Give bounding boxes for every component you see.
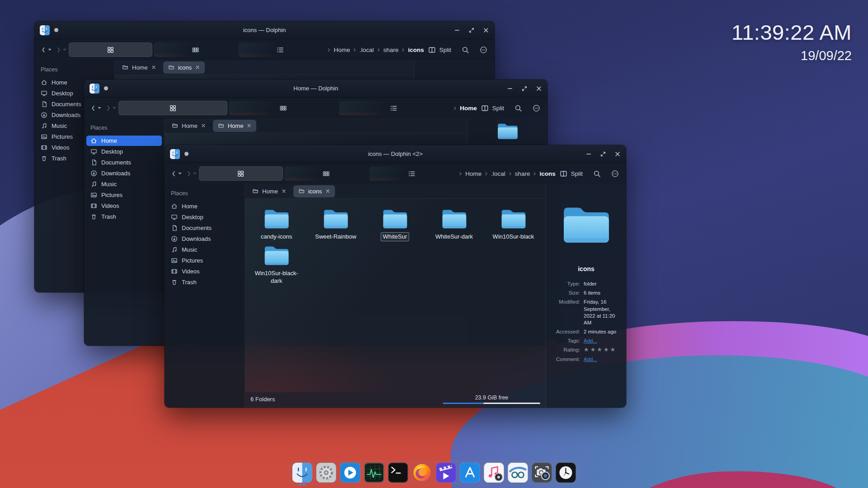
dock-app-store-icon[interactable] xyxy=(460,463,480,483)
back-button[interactable] xyxy=(89,101,102,115)
sidebar-item-videos[interactable]: Videos xyxy=(167,266,242,277)
tags-add-link[interactable]: Add... xyxy=(584,338,622,344)
folder-item-whitesur[interactable]: WhiteSur xyxy=(365,208,425,241)
icons-view-button[interactable] xyxy=(118,101,227,115)
sidebar-item-pictures[interactable]: Pictures xyxy=(86,190,162,200)
breadcrumb-share[interactable]: share xyxy=(383,47,399,53)
folder-item-whitesur-dark[interactable]: WhiteSur-dark xyxy=(425,208,484,241)
close-button[interactable] xyxy=(614,151,621,157)
minimize-button[interactable] xyxy=(585,151,592,157)
tab-icons[interactable]: icons xyxy=(163,61,205,74)
titlebar[interactable]: icons — Dolphin xyxy=(34,21,495,39)
forward-history-caret[interactable] xyxy=(63,49,66,51)
sidebar-item-home[interactable]: Home xyxy=(167,201,242,211)
forward-history-caret[interactable] xyxy=(193,173,197,174)
dock-media-player-icon[interactable] xyxy=(340,463,360,483)
sidebar-item-music[interactable]: Music xyxy=(86,179,162,189)
sidebar-item-music[interactable]: Music xyxy=(167,244,242,255)
compact-view-button[interactable] xyxy=(229,101,338,115)
dock-dolphin-file-manager-icon[interactable] xyxy=(292,463,312,483)
compact-view-button[interactable] xyxy=(284,166,368,181)
breadcrumb-home[interactable]: Home xyxy=(460,105,477,112)
back-history-caret[interactable] xyxy=(48,49,52,51)
tab-home[interactable]: Home xyxy=(247,185,291,197)
folder-item-win10sur-black-dark[interactable]: Win10Sur-black-dark xyxy=(247,244,306,285)
search-button[interactable] xyxy=(590,166,604,181)
forward-button[interactable] xyxy=(184,166,198,181)
sidebar-item-home[interactable]: Home xyxy=(86,136,162,146)
hamburger-menu-button[interactable] xyxy=(529,101,543,115)
dock-system-monitor-icon[interactable] xyxy=(364,463,384,483)
dock-screenshot-tool-icon[interactable] xyxy=(532,463,552,483)
sidebar-item-desktop[interactable]: Desktop xyxy=(167,212,242,222)
sidebar-item-pictures[interactable]: Pictures xyxy=(167,255,242,266)
forward-button[interactable] xyxy=(104,101,117,115)
dock-reader-glasses-app-icon[interactable] xyxy=(508,463,528,483)
breadcrumb-share[interactable]: share xyxy=(515,170,530,177)
breadcrumb-local[interactable]: .local xyxy=(491,170,505,177)
close-button[interactable] xyxy=(536,85,542,92)
forward-history-caret[interactable] xyxy=(113,107,116,109)
dock-firefox-icon[interactable] xyxy=(412,463,432,483)
maximize-button[interactable] xyxy=(600,151,606,157)
sidebar-item-downloads[interactable]: Downloads xyxy=(86,168,162,178)
forward-button[interactable] xyxy=(54,42,67,57)
tab-home[interactable]: Home xyxy=(117,61,161,74)
back-button[interactable] xyxy=(39,42,52,57)
hamburger-menu-button[interactable] xyxy=(476,42,490,57)
split-button[interactable]: Split xyxy=(478,101,507,115)
compact-view-button[interactable] xyxy=(154,42,237,57)
rating-stars[interactable]: ★★★★★ xyxy=(584,347,622,353)
comment-add-link[interactable]: Add... xyxy=(584,356,622,363)
tab-close-icon[interactable] xyxy=(151,65,156,70)
sidebar-item-desktop[interactable]: Desktop xyxy=(86,146,162,157)
breadcrumb-icons[interactable]: icons xyxy=(408,47,424,53)
maximize-button[interactable] xyxy=(468,27,475,33)
minimize-button[interactable] xyxy=(454,27,460,33)
tab-home-2[interactable]: Home xyxy=(213,120,257,132)
dock-clock-app-icon[interactable] xyxy=(556,463,576,483)
dock-terminal-icon[interactable] xyxy=(388,463,408,483)
sidebar-item-downloads[interactable]: Downloads xyxy=(167,234,242,244)
folder-item-candy-icons[interactable]: candy-icons xyxy=(247,208,306,241)
details-view-button[interactable] xyxy=(339,101,448,115)
details-view-button[interactable] xyxy=(369,166,453,181)
tab-close-icon[interactable] xyxy=(247,123,251,128)
breadcrumb-local[interactable]: .local xyxy=(359,47,374,53)
search-button[interactable] xyxy=(458,42,472,57)
titlebar[interactable]: icons — Dolphin <2> xyxy=(165,145,626,163)
folder-item-sweet-rainbow[interactable]: Sweet-Rainbow xyxy=(306,208,365,241)
tab-close-icon[interactable] xyxy=(326,189,330,193)
maximize-button[interactable] xyxy=(521,85,528,92)
dock-music-icon[interactable] xyxy=(484,463,504,483)
search-button[interactable] xyxy=(511,101,525,115)
back-history-caret[interactable] xyxy=(98,107,101,109)
dock-system-settings-icon[interactable] xyxy=(316,463,336,483)
minimize-button[interactable] xyxy=(507,85,513,92)
split-button[interactable]: Split xyxy=(425,42,454,57)
split-button[interactable]: Split xyxy=(557,166,585,181)
breadcrumb-icons[interactable]: icons xyxy=(539,170,555,177)
titlebar[interactable]: Home — Dolphin xyxy=(84,80,547,98)
icons-view-button[interactable] xyxy=(199,166,283,181)
breadcrumb-home[interactable]: Home xyxy=(465,170,481,177)
sidebar-item-trash[interactable]: Trash xyxy=(86,211,162,222)
dock-video-editor-icon[interactable] xyxy=(436,463,456,483)
window-dolphin-icons-2[interactable]: icons — Dolphin <2> Home .local share i xyxy=(165,145,626,408)
close-button[interactable] xyxy=(483,27,489,33)
tab-close-icon[interactable] xyxy=(195,65,200,70)
tab-icons[interactable]: icons xyxy=(293,185,335,197)
tab-home[interactable]: Home xyxy=(167,120,211,132)
tab-close-icon[interactable] xyxy=(201,123,206,128)
folder-item-win10sur-black[interactable]: Win10Sur-black xyxy=(484,208,543,241)
sidebar-item-videos[interactable]: Videos xyxy=(86,201,162,211)
sidebar-item-documents[interactable]: Documents xyxy=(86,157,162,168)
folder-view[interactable]: candy-icons Sweet-Rainbow WhiteSur xyxy=(245,199,546,392)
sidebar-item-trash[interactable]: Trash xyxy=(167,277,242,287)
tab-close-icon[interactable] xyxy=(282,189,286,193)
breadcrumb-home[interactable]: Home xyxy=(334,47,350,53)
sidebar-item-documents[interactable]: Documents xyxy=(167,223,242,233)
details-view-button[interactable] xyxy=(238,42,322,57)
back-history-caret[interactable] xyxy=(178,173,182,174)
icons-view-button[interactable] xyxy=(69,42,152,57)
